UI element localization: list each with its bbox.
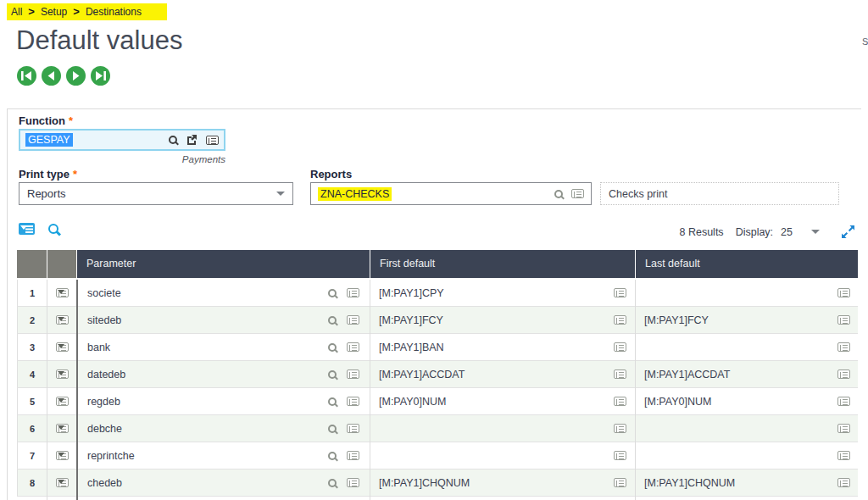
display-value[interactable]: 25 — [781, 226, 793, 238]
search-icon[interactable] — [328, 425, 337, 433]
function-description: Payments — [19, 154, 225, 164]
row-actions-icon[interactable] — [56, 478, 69, 487]
panel-left-border — [7, 108, 8, 500]
search-icon[interactable] — [328, 316, 337, 325]
detail-icon[interactable] — [347, 288, 359, 297]
column-header-last-default: Last default — [636, 250, 858, 278]
detail-icon[interactable] — [837, 451, 850, 460]
first-record-button[interactable] — [17, 66, 36, 86]
search-icon[interactable] — [328, 452, 337, 460]
detail-icon[interactable] — [614, 424, 626, 433]
row-number: 8 — [17, 469, 47, 496]
row-actions-icon[interactable] — [56, 424, 69, 433]
last-default-value: [M:PAY1]CHQNUM — [644, 477, 735, 489]
detail-icon[interactable] — [347, 478, 359, 487]
detail-icon[interactable] — [614, 342, 626, 352]
reports-value[interactable]: ZNA-CHECKS — [318, 187, 392, 201]
search-icon[interactable] — [328, 479, 337, 487]
row-number: 7 — [17, 442, 47, 469]
parameter-value: societe — [87, 287, 121, 299]
reports-field[interactable]: ZNA-CHECKS — [310, 182, 592, 205]
table-row: 5 regdeb [M:PAY0]NUM [M:PAY0]NUM — [17, 388, 858, 415]
breadcrumb-item-destinations[interactable]: Destinations — [86, 6, 142, 18]
detail-icon[interactable] — [347, 315, 359, 325]
table-row: 8 chedeb [M:PAY1]CHQNUM [M:PAY1]CHQNUM — [17, 469, 858, 497]
print-type-value: Reports — [27, 187, 66, 200]
search-icon[interactable] — [554, 190, 563, 198]
edge-clipped-text: S — [862, 36, 868, 47]
previous-record-button[interactable] — [42, 66, 61, 86]
detail-icon[interactable] — [837, 288, 850, 297]
parameter-value: debche — [87, 423, 122, 435]
row-number: 3 — [17, 334, 47, 360]
detail-icon[interactable] — [571, 189, 584, 198]
table-search-icon[interactable] — [48, 224, 58, 234]
detail-icon[interactable] — [614, 315, 626, 325]
first-default-value: [M:PAY1]BAN — [379, 342, 444, 353]
search-icon[interactable] — [328, 343, 337, 352]
detail-icon[interactable] — [837, 424, 850, 433]
detail-icon[interactable] — [347, 342, 359, 352]
detail-icon[interactable] — [614, 451, 626, 460]
last-default-value: [M:PAY1]FCY — [644, 314, 709, 326]
detail-icon[interactable] — [614, 369, 626, 379]
parameter-value: reprintche — [87, 450, 135, 462]
required-marker: * — [73, 168, 77, 181]
first-default-value: [M:PAY1]ACCDAT — [379, 369, 465, 381]
function-label: Function* — [19, 114, 73, 127]
print-type-label: Print type* — [19, 168, 77, 181]
detail-icon[interactable] — [614, 288, 626, 297]
table-row: 6 debche — [17, 415, 858, 442]
row-action-header — [47, 250, 76, 278]
reports-description-field: Checks print — [600, 182, 839, 205]
search-icon[interactable] — [328, 397, 337, 406]
last-record-button[interactable] — [91, 66, 110, 86]
function-field[interactable]: GESPAY — [19, 129, 225, 151]
detail-icon[interactable] — [206, 136, 219, 145]
row-actions-icon[interactable] — [56, 315, 69, 325]
detail-icon[interactable] — [837, 342, 850, 352]
column-separator — [635, 280, 636, 500]
detail-icon[interactable] — [347, 451, 359, 460]
chevron-down-icon[interactable] — [811, 230, 820, 234]
function-value[interactable]: GESPAY — [25, 133, 73, 147]
row-actions-icon[interactable] — [56, 342, 69, 352]
column-separator — [47, 280, 47, 500]
print-type-select[interactable]: Reports — [19, 182, 293, 205]
table-row: 1 societe [M:PAY1]CPY — [17, 280, 858, 307]
row-actions-icon[interactable] — [56, 369, 69, 379]
breadcrumb-item-all[interactable]: All — [11, 6, 22, 18]
search-icon[interactable] — [328, 289, 337, 297]
detail-icon[interactable] — [347, 369, 359, 379]
search-icon[interactable] — [328, 370, 337, 379]
column-separator — [370, 280, 370, 500]
jump-to-function-icon[interactable] — [186, 134, 198, 146]
detail-icon[interactable] — [837, 369, 850, 379]
reports-label: Reports — [310, 168, 352, 181]
row-actions-icon[interactable] — [56, 451, 69, 460]
detail-icon[interactable] — [347, 397, 359, 406]
detail-icon[interactable] — [614, 478, 626, 487]
search-icon[interactable] — [169, 136, 177, 144]
expand-icon[interactable] — [842, 225, 854, 238]
detail-icon[interactable] — [347, 424, 359, 433]
row-actions-icon[interactable] — [56, 288, 69, 297]
detail-icon[interactable] — [837, 315, 850, 325]
row-number: 4 — [17, 361, 47, 387]
next-icon — [70, 70, 81, 81]
row-number: 6 — [17, 415, 47, 442]
detail-icon[interactable] — [614, 397, 626, 406]
detail-icon[interactable] — [837, 397, 850, 406]
breadcrumb-item-setup[interactable]: Setup — [41, 6, 67, 18]
first-default-value: [M:PAY1]CHQNUM — [379, 477, 470, 489]
row-number: 5 — [17, 388, 47, 414]
row-actions-icon[interactable] — [56, 397, 69, 406]
parameter-value: bank — [87, 342, 110, 353]
app-window: All > Setup > Destinations Default value… — [0, 0, 868, 500]
next-record-button[interactable] — [66, 66, 86, 86]
column-header-first-default: First default — [370, 250, 635, 278]
frozen-column-separator — [76, 280, 78, 500]
detail-icon[interactable] — [837, 478, 850, 487]
previous-icon — [46, 70, 57, 81]
table-detail-icon[interactable] — [19, 223, 35, 235]
